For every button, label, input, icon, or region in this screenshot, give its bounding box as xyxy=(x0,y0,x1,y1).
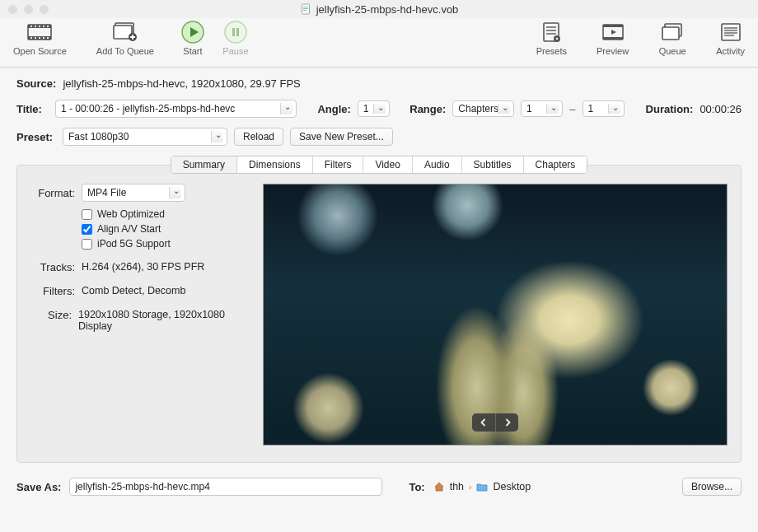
range-to-value: 1 xyxy=(588,103,594,114)
preset-label: Preset: xyxy=(16,131,56,143)
source-label: Source: xyxy=(16,77,56,90)
tracks-row: Tracks: H.264 (x264), 30 FPS PFR xyxy=(30,261,248,273)
preview-image xyxy=(263,184,728,446)
angle-label: Angle: xyxy=(317,103,350,115)
browse-button[interactable]: Browse... xyxy=(682,478,742,496)
svg-rect-34 xyxy=(603,25,623,27)
range-from-value: 1 xyxy=(526,103,532,114)
save-new-preset-button[interactable]: Save New Preset... xyxy=(290,128,393,146)
svg-point-24 xyxy=(225,21,246,43)
toolbar: Open Source Add To Queue Start Pause xyxy=(0,18,758,68)
format-select[interactable]: MP4 File xyxy=(82,184,185,202)
svg-rect-39 xyxy=(722,24,740,40)
activity-button[interactable]: Activity xyxy=(716,20,745,56)
format-value: MP4 File xyxy=(87,187,126,198)
filters-label: Filters: xyxy=(30,285,75,297)
range-sep: – xyxy=(569,103,575,115)
tab-filters[interactable]: Filters xyxy=(313,156,364,173)
align-av-check[interactable]: Align A/V Start xyxy=(82,223,248,235)
window-title-text: jellyfish-25-mbps-hd-hevc.vob xyxy=(316,3,459,16)
queue-label: Queue xyxy=(659,46,686,56)
start-button[interactable]: Start xyxy=(179,20,207,56)
save-row: Save As: jellyfish-25-mbps-hd-hevc.mp4 T… xyxy=(0,463,758,496)
svg-rect-3 xyxy=(303,10,306,11)
size-row: Size: 1920x1080 Storage, 1920x1080 Displ… xyxy=(30,309,248,332)
svg-rect-14 xyxy=(39,37,40,39)
save-home: thh xyxy=(450,481,464,492)
format-label: Format: xyxy=(30,187,75,199)
tab-audio[interactable]: Audio xyxy=(413,156,462,173)
home-icon xyxy=(433,481,445,492)
pause-label: Pause xyxy=(222,46,248,56)
tab-dimensions[interactable]: Dimensions xyxy=(237,156,313,173)
web-optimized-label: Web Optimized xyxy=(97,208,165,220)
activity-label: Activity xyxy=(716,46,745,56)
align-av-label: Align A/V Start xyxy=(97,223,161,235)
document-icon xyxy=(300,3,311,15)
start-label: Start xyxy=(183,46,202,56)
angle-select[interactable]: 1 xyxy=(358,100,391,117)
svg-rect-21 xyxy=(130,36,135,38)
align-av-checkbox[interactable] xyxy=(82,224,92,235)
open-source-button[interactable]: Open Source xyxy=(13,20,67,56)
svg-rect-25 xyxy=(232,28,235,36)
web-optimized-check[interactable]: Web Optimized xyxy=(82,208,248,220)
title-select[interactable]: 1 - 00:00:26 - jellyfish-25-mbps-hd-hevc xyxy=(55,100,297,118)
reload-button[interactable]: Reload xyxy=(234,128,283,146)
tab-chapters[interactable]: Chapters xyxy=(524,156,587,173)
save-path[interactable]: thh › Desktop xyxy=(433,481,531,492)
open-source-label: Open Source xyxy=(13,46,67,56)
preset-row: Preset: Fast 1080p30 Reload Save New Pre… xyxy=(16,128,742,146)
svg-rect-16 xyxy=(47,37,49,39)
svg-point-32 xyxy=(556,38,559,40)
svg-rect-8 xyxy=(35,26,36,27)
tab-video[interactable]: Video xyxy=(363,156,412,173)
svg-rect-38 xyxy=(662,27,679,40)
svg-rect-35 xyxy=(603,37,623,40)
tab-summary[interactable]: Summary xyxy=(171,156,237,173)
presets-icon xyxy=(537,20,565,44)
range-from-select[interactable]: 1 xyxy=(521,100,563,117)
svg-rect-13 xyxy=(35,37,36,39)
svg-marker-36 xyxy=(611,30,616,35)
queue-icon xyxy=(658,20,686,44)
web-optimized-checkbox[interactable] xyxy=(82,209,92,220)
to-label: To: xyxy=(409,481,424,493)
folder-icon xyxy=(476,481,488,492)
svg-rect-1 xyxy=(303,7,308,7)
angle-value: 1 xyxy=(363,103,369,114)
preview-prev-button[interactable] xyxy=(472,413,495,432)
svg-rect-26 xyxy=(236,28,239,36)
source-value: jellyfish-25-mbps-hd-hevc, 1920x1080, 29… xyxy=(63,77,300,90)
save-folder: Desktop xyxy=(493,481,531,492)
range-label: Range: xyxy=(409,103,446,115)
svg-rect-9 xyxy=(39,26,40,27)
preview-label: Preview xyxy=(597,46,629,56)
pause-button: Pause xyxy=(222,20,250,56)
preview-button[interactable]: Preview xyxy=(597,20,629,56)
preset-select[interactable]: Fast 1080p30 xyxy=(63,128,227,146)
save-as-input[interactable]: jellyfish-25-mbps-hd-hevc.mp4 xyxy=(69,478,382,496)
title-label: Title: xyxy=(16,103,49,115)
play-icon xyxy=(179,20,207,44)
save-as-label: Save As: xyxy=(16,481,61,493)
range-to-select[interactable]: 1 xyxy=(583,100,625,117)
window-title: jellyfish-25-mbps-hd-hevc.vob xyxy=(0,3,758,16)
add-to-queue-button[interactable]: Add To Queue xyxy=(96,20,154,56)
queue-add-icon xyxy=(111,20,139,44)
preset-value: Fast 1080p30 xyxy=(68,131,129,142)
summary-panel: Format: MP4 File Web Optimized Align A/V… xyxy=(16,165,742,463)
preview-icon xyxy=(599,20,627,44)
presets-button[interactable]: Presets xyxy=(536,20,567,56)
tab-subtitles[interactable]: Subtitles xyxy=(462,156,524,173)
ipod5g-checkbox[interactable] xyxy=(82,239,92,250)
queue-button[interactable]: Queue xyxy=(658,20,686,56)
svg-rect-15 xyxy=(43,37,44,39)
ipod5g-check[interactable]: iPod 5G Support xyxy=(82,238,248,250)
title-select-value: 1 - 00:00:26 - jellyfish-25-mbps-hd-hevc xyxy=(61,103,235,114)
ipod5g-label: iPod 5G Support xyxy=(97,238,171,250)
range-mode-select[interactable]: Chapters xyxy=(452,100,514,117)
preview-next-button[interactable] xyxy=(495,413,518,432)
save-as-value: jellyfish-25-mbps-hd-hevc.mp4 xyxy=(75,481,209,492)
preview-nav xyxy=(472,413,518,432)
